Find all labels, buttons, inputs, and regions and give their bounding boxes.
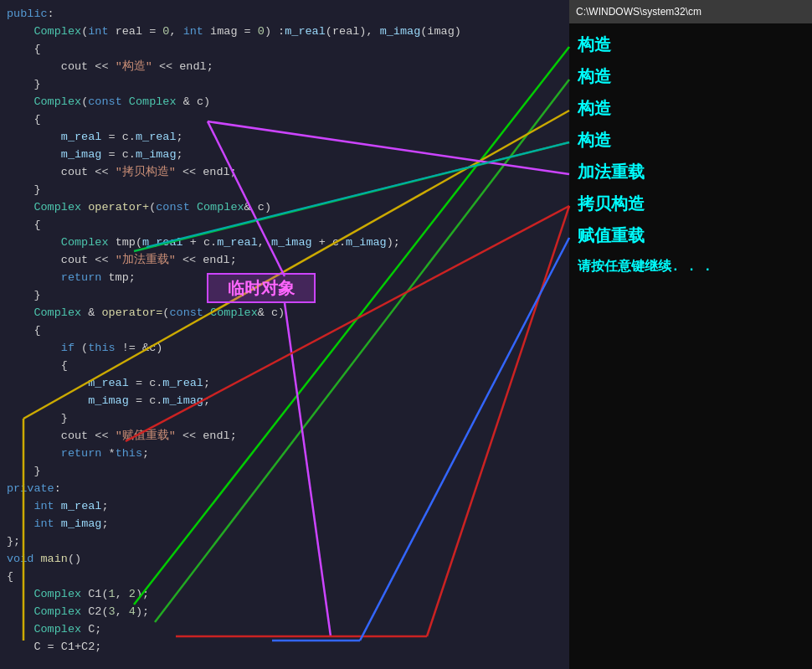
term-line-3: 构造 [578, 94, 804, 126]
code-line-19: { [0, 322, 569, 339]
code-line-36: Complex C; [0, 620, 569, 638]
code-line-32: void main() [0, 550, 569, 568]
code-line-30: int m_imag; [0, 515, 569, 533]
code-line-28: private: [0, 480, 569, 497]
code-line-24: } [0, 409, 569, 427]
annotation-text: 临时对象 [228, 277, 295, 300]
term-line-4: 构造 [578, 126, 804, 157]
code-line-9: m_imag = c.m_imag; [0, 146, 569, 163]
code-line-37: C = C1+C2; [0, 638, 569, 656]
terminal-title: C:\WINDOWS\system32\cm [576, 6, 702, 18]
code-line-15: cout << "加法重载" << endl; [0, 251, 569, 269]
code-line-12: Complex operator+(const Complex& c) [0, 198, 569, 216]
term-line-2: 构造 [578, 62, 804, 94]
terminal-output: 构造 构造 构造 构造 加法重载 拷贝构造 赋值重载 请按任意键继续. . . [578, 30, 804, 281]
code-line-18: Complex & operator=(const Complex& c) [0, 304, 569, 322]
code-line-7: { [0, 111, 569, 128]
code-line-6: Complex(const Complex & c) [0, 93, 569, 111]
code-line-3: { [0, 40, 569, 58]
terminal-titlebar: C:\WINDOWS\system32\cm [569, 0, 812, 23]
code-line-34: Complex C1(1, 2); [0, 585, 569, 603]
code-line-23: m_imag = c.m_imag; [0, 392, 569, 409]
term-line-1: 构造 [578, 30, 804, 62]
code-line-22: m_real = c.m_real; [0, 374, 569, 392]
code-line-21: { [0, 357, 569, 374]
term-line-8: 请按任意键继续. . . [578, 253, 804, 281]
code-line-25: cout << "赋值重载" << endl; [0, 427, 569, 445]
code-line-13: { [0, 216, 569, 234]
term-line-6: 拷贝构造 [578, 189, 804, 221]
code-line-33: { [0, 568, 569, 585]
term-line-7: 赋值重载 [578, 221, 804, 253]
code-line-31: }; [0, 533, 569, 550]
annotation-box: 临时对象 [207, 273, 316, 303]
code-line-1: public: [0, 5, 569, 23]
term-line-5: 加法重载 [578, 157, 804, 189]
code-line-20: if (this != &c) [0, 339, 569, 357]
code-line-27: } [0, 462, 569, 480]
code-line-4: cout << "构造" << endl; [0, 58, 569, 75]
code-line-26: return *this; [0, 445, 569, 462]
code-line-10: cout << "拷贝构造" << endl; [0, 163, 569, 181]
code-line-29: int m_real; [0, 497, 569, 515]
code-line-5: } [0, 75, 569, 93]
code-line-2: Complex(int real = 0, int imag = 0) :m_r… [0, 23, 569, 40]
terminal-panel: 构造 构造 构造 构造 加法重载 拷贝构造 赋值重载 请按任意键继续. . . [569, 0, 812, 669]
code-line-11: } [0, 181, 569, 198]
code-panel: public: Complex(int real = 0, int imag =… [0, 0, 569, 669]
code-line-8: m_real = c.m_real; [0, 128, 569, 146]
code-line-35: Complex C2(3, 4); [0, 603, 569, 620]
code-line-14: Complex tmp(m_real + c.m_real, m_imag + … [0, 234, 569, 251]
